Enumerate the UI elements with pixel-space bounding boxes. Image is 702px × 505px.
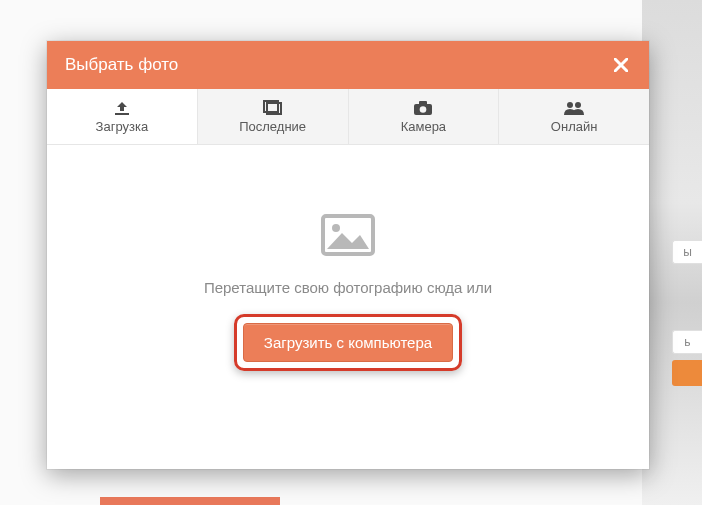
- close-icon: [614, 54, 628, 77]
- tab-label: Загрузка: [96, 119, 149, 134]
- online-icon: [562, 100, 586, 116]
- background-footer-bar: [100, 497, 280, 505]
- upload-from-computer-button[interactable]: Загрузить с компьютера: [243, 323, 453, 362]
- close-button[interactable]: [609, 53, 633, 77]
- tab-label: Камера: [401, 119, 446, 134]
- tab-label: Последние: [239, 119, 306, 134]
- upload-button-highlight: Загрузить с компьютера: [234, 314, 462, 371]
- svg-point-5: [420, 106, 427, 113]
- svg-rect-4: [419, 101, 427, 105]
- camera-icon: [412, 100, 434, 116]
- tab-bar: Загрузка Последние Камера Онлайн: [47, 89, 649, 145]
- tab-online[interactable]: Онлайн: [499, 89, 649, 144]
- svg-point-6: [567, 102, 573, 108]
- tab-recent[interactable]: Последние: [198, 89, 349, 144]
- photo-picker-modal: Выбрать фото Загрузка Последние Камера: [47, 41, 649, 469]
- tab-upload[interactable]: Загрузка: [47, 89, 198, 144]
- tab-label: Онлайн: [551, 119, 598, 134]
- background-chip: ь: [672, 330, 702, 354]
- upload-drop-area[interactable]: Перетащите свою фотографию сюда или Загр…: [47, 145, 649, 469]
- image-placeholder-icon: [320, 213, 376, 261]
- modal-header: Выбрать фото: [47, 41, 649, 89]
- svg-rect-0: [115, 113, 129, 115]
- background-chip-orange: [672, 360, 702, 386]
- modal-title: Выбрать фото: [65, 55, 178, 75]
- upload-icon: [112, 100, 132, 116]
- background-chip: ы: [672, 240, 702, 264]
- drop-instruction-text: Перетащите свою фотографию сюда или: [204, 279, 492, 296]
- svg-point-9: [332, 224, 340, 232]
- tab-camera[interactable]: Камера: [349, 89, 500, 144]
- recent-icon: [262, 100, 284, 116]
- svg-point-7: [575, 102, 581, 108]
